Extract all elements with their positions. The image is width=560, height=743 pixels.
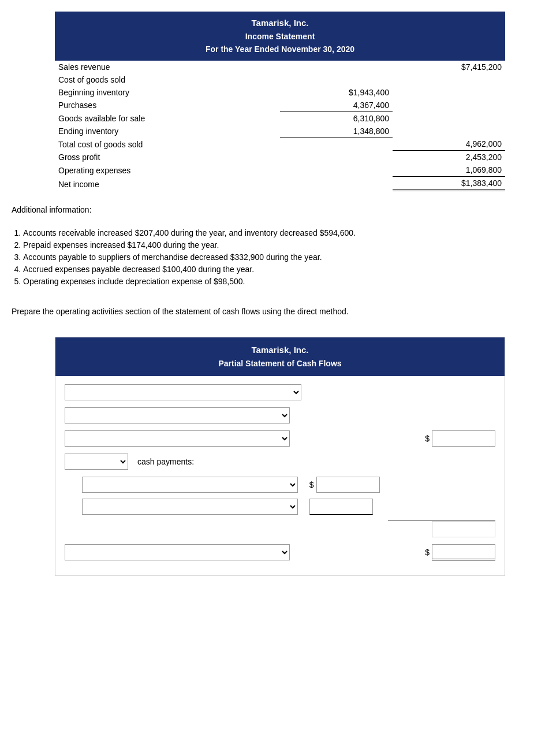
list-item: Accounts receivable increased $207,400 d… [23,228,554,237]
cf-final-dropdown[interactable] [65,544,290,560]
cf-statement-title: Partial Statement of Cash Flows [62,357,498,370]
row-right [393,112,505,125]
cf-sub2-dropdown[interactable] [82,499,298,515]
additional-info-header: Additional information: [12,205,554,214]
row-label: Ending inventory [55,125,280,138]
table-row: Ending inventory 1,348,800 [55,125,505,138]
cf-row2-dropdown[interactable] [65,430,290,447]
cf-final-label [65,544,301,560]
income-statement-header: Tamarisk, Inc. Income Statement For the … [55,12,505,61]
additional-info-section: Additional information: Accounts receiva… [12,205,554,286]
cf-sub1-label [82,477,309,493]
row-label: Purchases [55,99,280,112]
dollar-sign-1: $ [425,434,430,443]
cf-sub-row-1: $ [65,477,495,493]
cf-sub2-label [82,499,309,515]
statement-title: Income Statement [62,30,498,43]
cf-company-name: Tamarisk, Inc. [62,343,498,357]
prepare-text: Prepare the operating activities section… [12,307,554,316]
row-right [393,125,505,138]
cf-row2-right: $ [387,430,495,447]
additional-info-list: Accounts receivable increased $207,400 d… [23,228,554,286]
row-mid: $1,943,400 [280,86,393,99]
cf-payments-select-wrap [65,454,134,470]
table-row: Purchases 4,367,400 [55,99,505,112]
dollar-sign-2: $ [309,480,314,489]
row-mid: 1,348,800 [280,125,393,138]
list-item: Operating expenses include depreciation … [23,277,554,286]
row-label: Cost of goods sold [55,73,280,86]
row-label: Operating expenses [55,164,280,177]
row-mid [280,138,393,151]
row-label: Total cost of goods sold [55,138,280,151]
cf-final-input[interactable] [432,544,495,560]
statement-period: For the Year Ended November 30, 2020 [62,43,498,55]
cf-sub1-input[interactable] [316,477,380,493]
row-right: $7,415,200 [393,61,505,73]
cf-sub2-input[interactable] [309,499,373,515]
cf-sub1-mid: $ [309,477,392,493]
table-row: Goods available for sale 6,310,800 [55,112,505,125]
cf-row-2: $ [65,430,495,447]
cf-sub2-mid [309,499,392,515]
table-row: Sales revenue $7,415,200 [55,61,505,73]
cf-final-right: $ [387,544,495,560]
cf-section-label [65,384,301,400]
cf-row-1 [65,407,495,423]
row-mid [280,151,393,164]
row-right [393,99,505,112]
row-right [393,73,505,86]
list-item: Accrued expenses payable decreased $100,… [23,265,554,274]
row-mid [280,164,393,177]
cash-flow-header: Tamarisk, Inc. Partial Statement of Cash… [55,337,505,376]
list-item: Prepaid expenses increased $174,400 duri… [23,240,554,250]
cf-row2-input[interactable] [432,430,495,447]
row-label: Beginning inventory [55,86,280,99]
cf-row1-label [65,407,301,423]
row-right: 4,962,000 [393,138,505,151]
table-row: Beginning inventory $1,943,400 [55,86,505,99]
cf-sub-row-2 [65,499,495,515]
cf-payments-dropdown[interactable] [65,454,128,470]
cf-section-header-row [65,384,495,400]
row-right [393,86,505,99]
row-label: Net income [55,177,280,191]
table-row: Operating expenses 1,069,800 [55,164,505,177]
cf-row-final: $ [65,544,495,560]
cf-sub1-dropdown[interactable] [82,477,298,493]
row-right: $1,383,400 [393,177,505,191]
table-row: Cost of goods sold [55,73,505,86]
row-label: Goods available for sale [55,112,280,125]
company-name: Tamarisk, Inc. [62,16,498,30]
table-row: Net income $1,383,400 [55,177,505,191]
cf-subtotal-input[interactable] [432,521,495,537]
dollar-sign-3: $ [425,548,430,557]
row-mid: 4,367,400 [280,99,393,112]
row-mid: 6,310,800 [280,112,393,125]
cf-payments-row: cash payments: [65,454,495,470]
row-right: 2,453,200 [393,151,505,164]
row-label: Gross profit [55,151,280,164]
table-row: Total cost of goods sold 4,962,000 [55,138,505,151]
row-mid [280,61,393,73]
income-statement-table: Sales revenue $7,415,200 Cost of goods s… [55,61,505,192]
row-right: 1,069,800 [393,164,505,177]
row-mid [280,177,393,191]
cf-payments-label: cash payments: [137,457,194,466]
cf-section-dropdown[interactable] [65,384,301,400]
cash-flow-body: $ cash payments: $ [55,376,505,575]
cf-row1-dropdown[interactable] [65,407,290,423]
row-mid [280,73,393,86]
row-label: Sales revenue [55,61,280,73]
cf-subtotal-row [65,521,495,537]
table-row: Gross profit 2,453,200 [55,151,505,164]
cash-flow-container: Tamarisk, Inc. Partial Statement of Cash… [55,337,505,575]
cf-row2-label [65,430,301,447]
list-item: Accounts payable to suppliers of merchan… [23,252,554,262]
